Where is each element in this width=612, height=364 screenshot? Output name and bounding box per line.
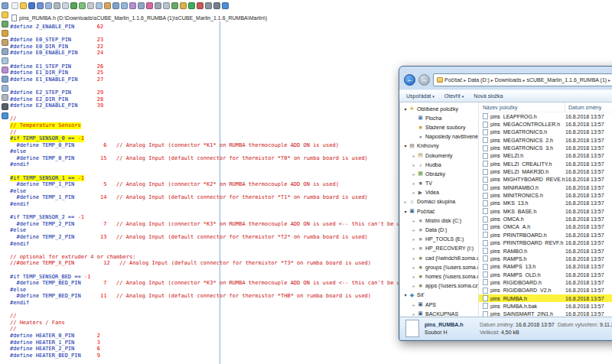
file-row[interactable]: pins_PRINTRBOARD_REVF.h16.8.2018 13:57: [479, 239, 612, 247]
file-row[interactable]: pins_RUMBA.h.bak16.8.2018 13:57: [479, 302, 612, 310]
tools-icon[interactable]: [205, 2, 212, 9]
file-row[interactable]: pins_RAMPS_13.h16.8.2018 13:57: [479, 263, 612, 271]
project-panel-icon[interactable]: [2, 2, 8, 9]
macros-icon[interactable]: [2, 67, 8, 73]
file-row[interactable]: pins_OMCA.h16.8.2018 13:57: [479, 215, 612, 223]
file-row[interactable]: pins_MELZI_MAKR3D.h16.8.2018 13:57: [479, 167, 612, 175]
address-bar[interactable]: Počítač▸Data (D:)▸Downloads▸sCUBE_Marlin…: [433, 73, 612, 86]
file-row[interactable]: pins_RAMPS.h16.8.2018 13:57: [479, 255, 612, 262]
expander-open-icon[interactable]: ▾: [402, 143, 409, 148]
help-icon[interactable]: [222, 2, 229, 9]
organize-button[interactable]: Uspořádat ▾: [406, 93, 435, 99]
tree-item[interactable]: ▸■groups (\\users.soma.cz): [400, 262, 478, 271]
file-row[interactable]: pins_MKS_13.h16.8.2018 13:57: [479, 200, 612, 207]
new-file-icon[interactable]: [11, 2, 18, 9]
expander-closed-icon[interactable]: ▸: [411, 311, 417, 317]
expander-closed-icon[interactable]: ▸: [411, 274, 417, 279]
paste-icon[interactable]: [104, 2, 111, 9]
file-row[interactable]: pins_OMCA_A.h16.8.2018 13:57: [479, 223, 612, 231]
compile-icon[interactable]: [197, 2, 203, 9]
tree-item[interactable]: ▾◆Síť: [400, 291, 478, 300]
templates-icon[interactable]: [2, 57, 8, 64]
clipboard-icon[interactable]: [2, 39, 8, 46]
tree-item[interactable]: ▣Plocha: [400, 113, 478, 122]
replace-icon[interactable]: [129, 2, 136, 9]
tree-item[interactable]: ▸■Data (D:): [400, 225, 478, 234]
tree-item[interactable]: ■Stažené soubory: [400, 122, 478, 132]
favorites-icon[interactable]: [2, 30, 8, 37]
file-row[interactable]: pins_MINITRONICS.h16.8.2018 13:57: [479, 191, 612, 199]
file-row[interactable]: pins_RUMBA.h16.8.2018 13:57: [479, 294, 612, 302]
breadcrumb-segment[interactable]: Počítač: [444, 77, 462, 83]
expander-open-icon[interactable]: ▾: [402, 209, 409, 214]
expander-closed-icon[interactable]: ▸: [411, 190, 417, 195]
open-button[interactable]: Otevřít ▾: [444, 93, 464, 99]
reopen-icon[interactable]: [45, 2, 52, 9]
tree-item[interactable]: ▸▶Videa: [400, 188, 478, 197]
tree-item[interactable]: ▸■cad (\\windchill.soma.cz): [400, 253, 478, 262]
expander-closed-icon[interactable]: ▸: [411, 227, 417, 232]
file-row[interactable]: pins_RIGIDBOARD.h16.8.2018 13:57: [479, 278, 612, 286]
expander-closed-icon[interactable]: ▸: [411, 283, 417, 288]
file-row[interactable]: pins_RAMBO.h16.8.2018 13:57: [479, 247, 612, 255]
file-row[interactable]: pins_MEGATRONICS_3.h16.8.2018 13:57: [479, 144, 612, 151]
back-button[interactable]: ←: [404, 74, 415, 86]
file-row[interactable]: pins_SAINSMART_2IN1.h16.8.2018 13:57: [479, 310, 612, 317]
tree-item[interactable]: ▸▤Dokumenty: [400, 151, 478, 160]
run-icon[interactable]: [188, 2, 195, 9]
column-header-name[interactable]: Název položky: [479, 102, 565, 112]
expander-closed-icon[interactable]: ▸: [411, 218, 417, 223]
file-row[interactable]: pins_MKS_BASE.h16.8.2018 13:57: [479, 207, 612, 215]
indent-icon[interactable]: [155, 2, 161, 9]
file-row[interactable]: pins_MEGATRONICS_2.h16.8.2018 13:57: [479, 136, 612, 144]
expander-open-icon[interactable]: ▾: [402, 292, 409, 297]
tree-item[interactable]: ▾▤Knihovny: [400, 141, 478, 151]
print-icon[interactable]: [54, 2, 60, 9]
tree-item[interactable]: ▸▣APS: [400, 300, 478, 309]
tree-item[interactable]: ▸■HP_TOOLS (E:): [400, 235, 478, 244]
tree-item[interactable]: ▸■TV: [400, 179, 478, 188]
code-explorer-icon[interactable]: [2, 48, 8, 55]
file-row[interactable]: pins_MEGACONTROLLER.h16.8.2018 13:57: [479, 120, 612, 128]
expander-closed-icon[interactable]: ▸: [411, 236, 417, 242]
breadcrumb-segment[interactable]: Data (D:): [467, 77, 489, 83]
goto-line-icon[interactable]: [138, 2, 145, 9]
diff-icon[interactable]: [2, 85, 8, 92]
hex-icon[interactable]: [2, 94, 8, 101]
expander-closed-icon[interactable]: ▸: [411, 302, 417, 307]
cut-icon[interactable]: [87, 2, 94, 9]
tree-item[interactable]: ▸■HP_RECOVERY (I:): [400, 244, 478, 253]
ftp-icon[interactable]: [2, 21, 8, 28]
bookmark-icon[interactable]: [146, 2, 153, 9]
save-all-icon[interactable]: [37, 2, 44, 9]
tree-item[interactable]: ▸■homes (\\users.soma.cz): [400, 271, 478, 281]
preview-icon[interactable]: [62, 2, 69, 9]
breadcrumb-segment[interactable]: sCUBE_Marlin_1.1.6_RUMBA (1): [526, 77, 607, 83]
file-row[interactable]: pins_LEAPFROG.h16.8.2018 13:57: [479, 112, 612, 120]
file-row[interactable]: pins_RAMPS_OLD.h16.8.2018 13:57: [479, 271, 612, 278]
breadcrumb-segment[interactable]: Downloads: [495, 77, 522, 83]
forward-button[interactable]: →: [418, 74, 430, 86]
unindent-icon[interactable]: [163, 2, 170, 9]
file-row[interactable]: pins_MELZI.h16.8.2018 13:57: [479, 152, 612, 160]
comment-icon[interactable]: [171, 2, 178, 9]
copy-icon[interactable]: [96, 2, 103, 9]
tree-item[interactable]: ▾▣Počítač: [400, 206, 478, 216]
expander-open-icon[interactable]: ▾: [402, 106, 409, 112]
save-icon[interactable]: [28, 2, 35, 9]
file-row[interactable]: pins_PRINTRBOARD.h16.8.2018 13:57: [479, 231, 612, 239]
tree-item[interactable]: ▸▣BACKUPNAS: [400, 309, 478, 317]
file-row[interactable]: pins_MELZI_CREALITY.h16.8.2018 13:57: [479, 160, 612, 167]
expander-closed-icon[interactable]: ▸: [411, 153, 417, 158]
expander-closed-icon[interactable]: ▸: [402, 199, 409, 204]
editor-tab[interactable]: pins_RUMBA.h (D:\Downloads\sCUBE_Marlin_…: [11, 14, 267, 22]
expander-closed-icon[interactable]: ▸: [411, 265, 417, 270]
file-row[interactable]: pins_RIGIDBOARD_V2.h16.8.2018 13:57: [479, 287, 612, 294]
expander-closed-icon[interactable]: ▸: [411, 245, 417, 251]
terminal-icon[interactable]: [2, 103, 8, 110]
expander-closed-icon[interactable]: ▸: [411, 162, 417, 167]
file-row[interactable]: pins_MEGATRONICS.h16.8.2018 13:57: [479, 128, 612, 136]
tree-item[interactable]: ▸■Místní disk (C:): [400, 216, 478, 225]
expander-closed-icon[interactable]: ▸: [411, 171, 417, 177]
redo-icon[interactable]: [79, 2, 86, 9]
